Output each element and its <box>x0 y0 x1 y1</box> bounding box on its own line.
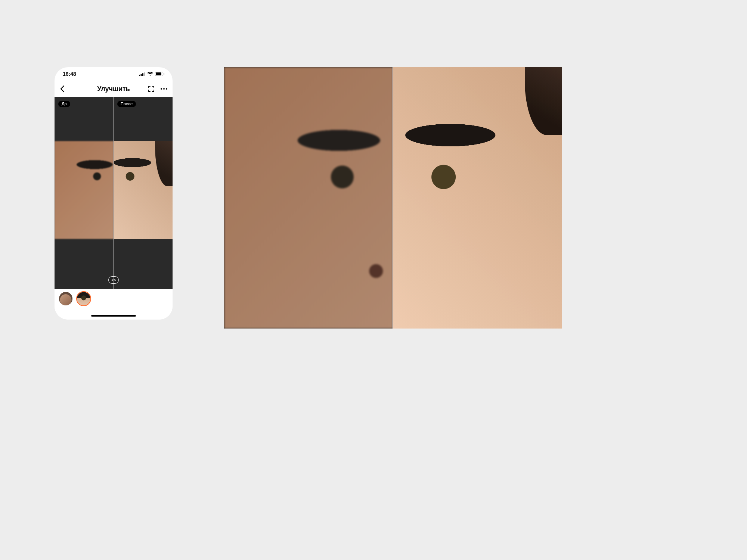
phone-mockup: 16:48 Улучшить До <box>55 67 173 320</box>
svg-point-7 <box>161 88 162 90</box>
compare-editor[interactable]: До После < > <box>55 97 173 289</box>
svg-point-9 <box>166 88 167 90</box>
fullscreen-icon <box>148 85 155 92</box>
comparison-large-before <box>224 67 393 329</box>
fullscreen-button[interactable] <box>148 85 155 92</box>
home-indicator <box>91 315 136 317</box>
editor-before-image <box>55 141 114 239</box>
more-button[interactable] <box>161 88 167 90</box>
editor-before-half <box>55 97 114 289</box>
status-time: 16:48 <box>63 71 76 77</box>
more-icon <box>161 88 167 90</box>
editor-after-image <box>114 141 173 239</box>
battery-icon <box>155 72 164 76</box>
back-button[interactable] <box>60 85 65 93</box>
svg-point-8 <box>163 88 165 90</box>
comparison-large-divider <box>393 67 393 329</box>
after-label: После <box>117 101 136 107</box>
svg-rect-6 <box>164 73 164 75</box>
status-icons <box>139 72 164 76</box>
svg-rect-5 <box>156 72 161 75</box>
comparison-large-after <box>393 67 562 329</box>
svg-rect-1 <box>141 74 142 76</box>
wifi-icon <box>147 72 153 76</box>
app-header: Улучшить <box>55 81 173 97</box>
svg-rect-2 <box>142 73 143 76</box>
thumbnail-full-face[interactable] <box>59 292 72 305</box>
comparison-large <box>224 67 562 329</box>
thumbnail-strip <box>55 289 173 320</box>
compare-divider <box>114 97 114 289</box>
compare-slider-handle[interactable]: < > <box>108 276 119 284</box>
thumbnail-eye-zoom[interactable] <box>77 292 90 305</box>
svg-rect-3 <box>144 72 145 76</box>
svg-rect-0 <box>139 75 140 76</box>
editor-after-half <box>114 97 173 289</box>
cellular-icon <box>139 72 145 76</box>
status-bar: 16:48 <box>55 67 173 81</box>
chevron-left-icon <box>60 85 65 93</box>
page-title: Улучшить <box>97 85 130 93</box>
before-label: До <box>58 101 70 107</box>
